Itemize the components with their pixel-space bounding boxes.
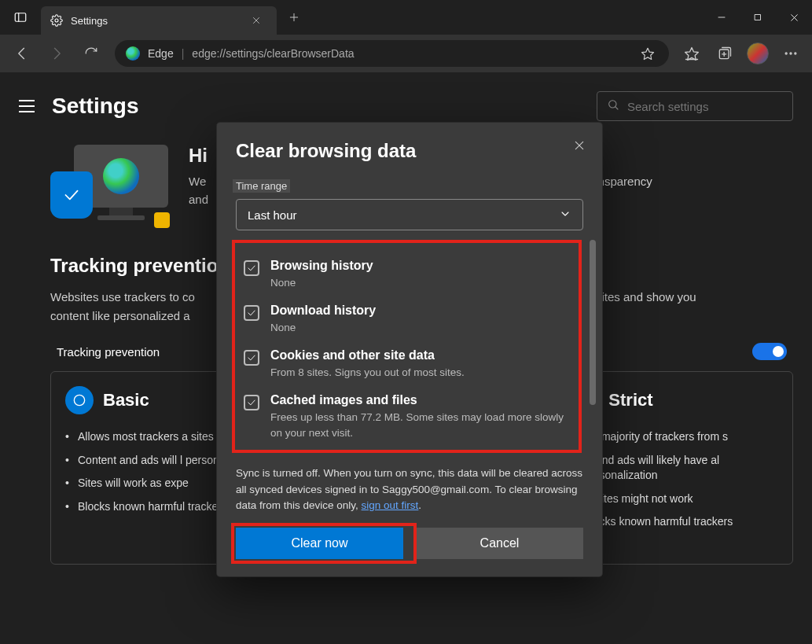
hero-illustration [50,145,168,231]
clear-browsing-data-dialog: Clear browsing data Time range Last hour… [217,123,602,576]
option-cookies: Cookies and other site dataFrom 8 sites.… [244,342,575,387]
tracking-desc-2: content like personalized a [50,309,190,322]
option-title: Browsing history [270,259,373,273]
lock-icon [154,212,170,228]
svg-point-19 [795,53,796,54]
svg-point-17 [785,53,787,54]
time-range-label: Time range [233,179,290,193]
hero-line2: and [189,193,208,206]
option-title: Cookies and other site data [270,348,465,362]
sync-note: Sync is turned off. When you turn on syn… [236,466,583,513]
hero-line1: We [189,175,206,188]
checkbox-cached-images[interactable] [244,395,259,410]
sign-out-link[interactable]: sign out first [362,499,419,511]
refresh-button[interactable] [75,38,107,69]
basic-icon [65,386,94,414]
time-range-value: Last hour [248,208,297,222]
tracking-toggle-label: Tracking prevention [57,345,160,359]
svg-rect-8 [755,15,761,20]
card-strict-title: Strict [608,390,652,410]
edge-logo-icon [126,46,140,61]
option-download-history: Download historyNone [244,297,575,342]
option-title: Cached images and files [270,393,575,407]
address-bar[interactable]: Edge | edge://settings/clearBrowserData [115,40,669,67]
option-title: Download history [270,304,376,318]
tab-title: Settings [71,15,237,27]
forward-button[interactable] [41,38,72,69]
svg-point-18 [790,53,792,54]
add-favorite-button[interactable] [637,39,658,68]
addr-brand: Edge [148,47,174,60]
browser-toolbar: Edge | edge://settings/clearBrowserData [0,35,812,72]
dialog-title: Clear browsing data [236,140,583,162]
favorites-button[interactable] [677,39,707,68]
search-settings-input[interactable] [627,100,783,113]
option-sub: None [270,322,296,333]
window-controls [704,0,812,35]
browser-tab-settings[interactable]: Settings [41,6,277,35]
tab-close-button[interactable] [245,9,267,31]
checkbox-cookies[interactable] [244,350,259,366]
option-sub: Frees up less than 77.2 MB. Some sites m… [270,411,564,439]
chevron-down-icon [559,208,571,223]
clear-now-button[interactable]: Clear now [236,528,403,559]
svg-line-21 [615,107,618,109]
titlebar-left: Settings [0,0,308,35]
new-tab-button[interactable] [280,12,308,23]
time-range-select[interactable]: Last hour [236,199,583,230]
svg-rect-0 [15,13,26,22]
svg-marker-12 [685,48,699,61]
option-cached-images: Cached images and filesFrees up less tha… [244,387,575,447]
search-settings-box[interactable] [597,91,793,121]
window-maximize-button[interactable] [740,0,776,35]
checkbox-browsing-history[interactable] [244,260,259,276]
clear-data-options: Browsing historyNone Download historyNon… [236,243,583,451]
tracking-desc-1: Websites use trackers to co [50,290,195,304]
menu-button[interactable] [19,97,38,116]
window-close-button[interactable] [776,0,812,35]
profile-button[interactable] [743,39,773,68]
back-button[interactable] [6,38,38,69]
tracking-toggle[interactable] [752,343,787,360]
window-minimize-button[interactable] [704,0,740,35]
svg-point-2 [55,19,58,22]
addr-separator: | [182,47,185,60]
gear-icon [50,14,63,27]
avatar [747,42,769,64]
option-sub: None [270,277,296,289]
shield-icon [50,171,93,219]
svg-point-22 [74,395,84,405]
window-titlebar: Settings [0,0,812,35]
tab-actions-button[interactable] [0,10,41,24]
cancel-button[interactable]: Cancel [416,528,583,559]
address-url: edge://settings/clearBrowserData [192,47,630,60]
more-button[interactable] [776,39,806,68]
search-icon [607,98,619,114]
option-sub: From 8 sites. Signs you out of most site… [270,366,465,378]
checkbox-download-history[interactable] [244,305,259,321]
card-basic-title: Basic [103,390,149,410]
options-scrollbar[interactable] [590,240,596,405]
svg-marker-11 [642,48,654,59]
collections-button[interactable] [710,39,740,68]
dialog-close-button[interactable] [568,134,591,157]
option-browsing-history: Browsing historyNone [244,252,575,297]
page-title: Settings [52,94,582,119]
